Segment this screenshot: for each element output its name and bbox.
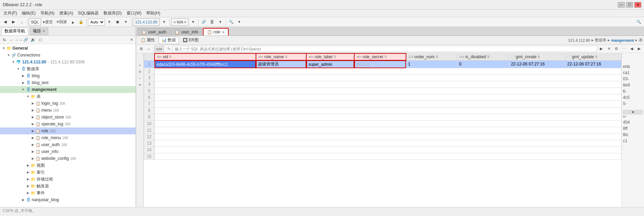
db-dropdown2[interactable]: ▾ [217,18,224,26]
cell-role-name-1[interactable]: 超级管理员 [256,60,306,68]
filter-input[interactable] [173,46,597,52]
filter-go-btn[interactable]: ▶ [598,45,605,52]
col-header-gmt-create[interactable]: 🕐 gmt_create ⇅ [509,53,565,60]
search-dropdown[interactable]: ▾ [236,18,243,26]
tree-item-connections[interactable]: ▼ 🔗 Connections [0,52,136,59]
tree-item-menu[interactable]: ▶ 📋 menu 16K [0,107,136,114]
tree-item-object-store[interactable]: ▶ 📋 object_store 16K [0,114,136,121]
cell-vid-1[interactable]: edaca103-8e96-4c55-b7f0-4548fffbcc1 [155,60,256,68]
tree-item-user-info[interactable]: ▶ 📋 user_info [0,148,136,155]
tree-item-procedures-folder[interactable]: ▶ 📁 存储过程 [0,176,136,183]
tree-item-nanjustar[interactable]: ▶ 🗄 nanjustar_blog [0,196,136,203]
tree-item-triggers-folder[interactable]: ▶ 📁 触发器 [0,183,136,189]
auto-dropdown[interactable]: ▾ [106,18,113,26]
commit-button[interactable]: ▸提交 [42,18,54,26]
cell-gmt-update-1[interactable]: 22-12-06 07:27:16 [565,60,621,68]
tree-item-general[interactable]: ▼ 📁 General [0,45,136,52]
db-icon[interactable]: 🗄 [208,18,216,26]
filter-resize-btn[interactable]: ⤡ [165,45,172,52]
db-host-label[interactable]: 121.4.112.80 [133,18,160,26]
sub-tab-properties[interactable]: 📋 属性 [138,37,158,44]
schema-label[interactable]: < N/A > [171,18,189,26]
cell-order-num-1[interactable]: 1 [406,60,457,68]
filter-settings-btn[interactable]: ⚙ [613,45,620,52]
rollback-button[interactable]: ✕回滚 [55,18,68,26]
tab-role[interactable]: 📋 role ✕ [203,28,229,35]
filter-expand-btn[interactable]: ⊞ [138,45,145,52]
sound-btn[interactable]: 🔊 [30,37,37,43]
expand-btn[interactable]: ↔ [8,37,15,43]
maximize-button[interactable]: ☐ [626,2,633,8]
col-header-role-label[interactable]: abc role_label ⇅ [306,53,354,60]
connect-icon[interactable]: 🔗 [200,18,208,26]
tree-item-role[interactable]: ▶ 📋 role 16K [0,127,136,134]
filter-back-btn[interactable]: ◀ [628,45,635,52]
col-header-role-secret[interactable]: abc role_secret ⇅ [354,53,406,60]
menu-sql-editor[interactable]: SQL编辑器 [76,10,101,17]
col-header-role-name[interactable]: abc role_name ⇅ [256,53,306,60]
circle-dropdown[interactable]: ▾ [122,18,130,26]
cell-gmt-create-1[interactable]: 22-12-06 07:27:16 [509,60,565,68]
filter-fwd-btn[interactable]: ▶ [636,45,643,52]
db-host-dropdown[interactable]: ▾ [160,18,168,26]
tree-item-website-config[interactable]: ▶ 📋 website_config 16K [0,155,136,162]
menu-database[interactable]: 数据库(D) [101,10,124,17]
tab-project[interactable]: 项目 ✕ [30,28,48,35]
tree-item-blog[interactable]: ▶ 🗄 blog [0,72,136,79]
cell-role-secret-1[interactable]: [NULL] [354,60,406,68]
tree-item-events-folder[interactable]: ▶ 📁 事件 [0,189,136,196]
tree-item-user-auth[interactable]: ▶ 📋 user_auth 16K [0,141,136,148]
close-panel-btn[interactable]: ✕ [128,37,135,43]
collapse-all-btn[interactable]: ⇆ [1,37,8,43]
back-button[interactable]: ◀ [1,18,9,26]
menu-edit[interactable]: 编辑(E) [20,10,38,17]
col-header-is-disabled[interactable]: 123 is_disabled ⇅ [457,53,508,60]
menu-window[interactable]: 窗口(W) [125,10,143,17]
sql-button[interactable]: SQL [29,18,41,26]
table-row[interactable]: 1 edaca103-8e96-4c55-b7f0-4548fffbcc1 超级… [144,60,622,68]
tree-item-server[interactable]: ▼ 🐬 121.4.112.80 - 121.4.112.80:3306 [0,59,136,65]
tree-item-role-menu[interactable]: ▶ 📋 role_menu 16K [0,134,136,141]
col-header-gmt-update[interactable]: 🕐 gmt_update ⇅ [565,53,621,60]
menu-file[interactable]: 文件(F) [1,10,19,17]
tree-item-operate-log[interactable]: ▶ 📋 operate_log 16K [0,121,136,127]
tab-project-close[interactable]: ✕ [42,29,45,33]
circle-btn[interactable]: ◉ [114,18,121,26]
search-icon-btn[interactable]: 🔍 [227,18,235,26]
filter-more-btn[interactable]: ⋯ [621,45,627,52]
upload-button[interactable]: ▲ [69,18,77,26]
tree-item-indexes-folder[interactable]: ▶ 📁 索引 [0,169,136,176]
menu-search[interactable]: 搜索(A) [57,10,75,17]
tree-item-mangerment[interactable]: ▼ 🗄 mangerment [0,86,136,93]
link-btn[interactable]: 🔗 [22,37,29,43]
minimize-button[interactable]: — [618,2,625,8]
square-btn[interactable]: ◻ [37,37,44,43]
forward-nav-btn[interactable]: →→ [15,37,22,43]
col-header-vid[interactable]: abc vid ⇅ [155,53,256,60]
schema-dropdown[interactable]: ▾ [189,18,197,26]
cell-is-disabled-1[interactable]: 0 [457,60,508,68]
close-button[interactable]: ✕ [634,2,641,8]
search-right-btn[interactable]: 🔍 [635,18,643,26]
cell-role-label-1[interactable]: super_admin [306,60,354,68]
tree-item-login-log[interactable]: ▶ 📋 login_log 16K [0,100,136,107]
row-add-btn[interactable]: + [137,62,143,68]
grid-scroll[interactable]: abc vid ⇅ abc role_name ⇅ [144,53,622,207]
tab-user-auth[interactable]: 📋 user_auth [138,28,170,35]
sub-tab-data[interactable]: 📊 数据 [159,37,179,44]
role-tab-close[interactable]: ✕ [222,30,225,34]
tree-item-views-folder[interactable]: ▶ 📁 视图 [0,162,136,169]
lock-button[interactable]: 🔒 [77,18,85,26]
menu-help[interactable]: 帮助(H) [144,10,162,17]
sub-tab-er[interactable]: 🔲 ER图 [180,37,202,44]
row-edit-btn[interactable]: ✏ [137,82,143,88]
tab-db-navigator[interactable]: 数据库导航 [1,28,28,35]
tree-item-blog-test[interactable]: ▶ 🗄 blog_test [0,79,136,86]
tree-item-tables-folder[interactable]: ▼ 📁 表 [0,93,136,100]
col-header-order-num[interactable]: 123 order_num ⇅ [406,53,457,60]
row-delete-btn[interactable]: − [137,75,143,81]
tree-item-databases[interactable]: ▼ 🗄 数据库 [0,65,136,72]
row-copy-btn[interactable]: ⎘ [137,69,143,75]
filter-clear-btn[interactable]: ✕ [605,45,612,52]
menu-navigate[interactable]: 导航(N) [38,10,57,17]
